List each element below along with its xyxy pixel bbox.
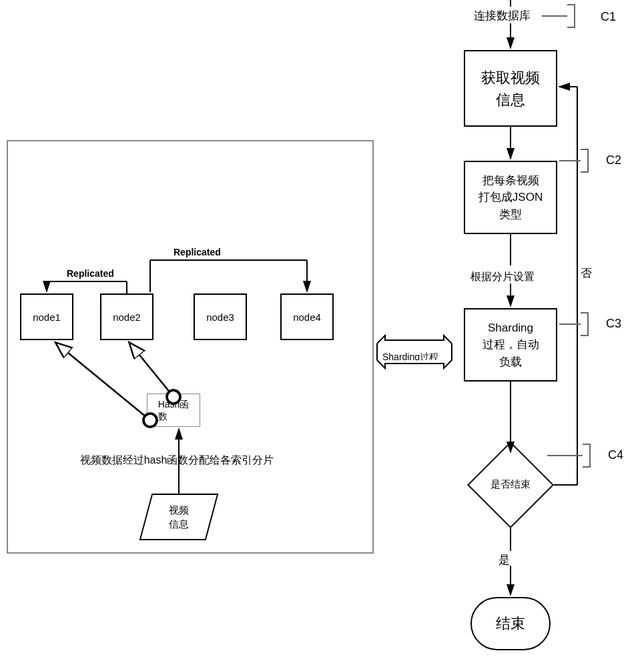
step2-label: 把每条视频 打包成JSON 类型 — [478, 172, 543, 223]
c3-bracket — [581, 312, 589, 336]
c1-bracket — [567, 4, 575, 28]
c2-bracket — [581, 149, 589, 173]
node1-box: node1 — [20, 293, 73, 340]
node4-label: node4 — [293, 311, 321, 323]
step1-label: 获取视频 信息 — [481, 67, 540, 111]
step3-box: Sharding 过程，自动 负载 — [464, 308, 557, 382]
step1-link-label: 连接数据库 — [474, 8, 531, 23]
node3-box: node3 — [194, 293, 247, 340]
terminal-box: 结束 — [470, 597, 551, 650]
c1-label: C1 — [601, 10, 616, 24]
decision-label: 是否结束 — [467, 478, 554, 491]
step2-box: 把每条视频 打包成JSON 类型 — [464, 161, 557, 234]
terminal-label: 结束 — [496, 614, 525, 634]
sharding-connector-label: Sharding过程 — [382, 352, 438, 364]
node2-label: node2 — [113, 311, 141, 323]
branch-no-label: 否 — [581, 265, 592, 281]
replicated-label-1: Replicated — [67, 268, 114, 279]
c4-bracket — [583, 444, 591, 468]
video-info-shape: 视频 信息 — [145, 494, 219, 540]
hash-function-box: Hash函 数 — [147, 394, 200, 427]
step2-to-3-label: 根据分片设置 — [470, 270, 535, 284]
video-info-label: 视频 信息 — [145, 503, 212, 531]
replicated-label-2: Replicated — [174, 247, 221, 257]
node1-label: node1 — [33, 311, 61, 323]
hash-caption: 视频数据经过hash函数分配给各索引分片 — [37, 454, 317, 468]
node2-box: node2 — [100, 293, 153, 340]
node4-box: node4 — [280, 293, 334, 340]
sharding-detail-panel — [7, 140, 374, 554]
c3-label: C3 — [606, 317, 621, 331]
c4-label: C4 — [608, 448, 623, 462]
decision-diamond: 是否结束 — [467, 442, 554, 528]
node3-label: node3 — [206, 311, 234, 323]
c2-label: C2 — [606, 153, 621, 167]
branch-yes-label: 是 — [499, 552, 510, 568]
step3-label: Sharding 过程，自动 负载 — [482, 319, 539, 371]
step1-box: 获取视频 信息 — [464, 50, 557, 127]
hash-function-label: Hash函 数 — [158, 398, 190, 422]
